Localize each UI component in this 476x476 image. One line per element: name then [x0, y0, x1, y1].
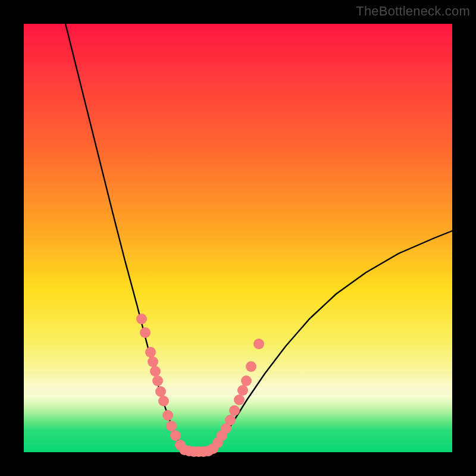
marker-dot [140, 327, 151, 338]
marker-dot [229, 405, 240, 416]
bottleneck-curve [65, 24, 452, 452]
marker-dot [162, 410, 173, 421]
watermark-text: TheBottleneck.com [356, 4, 470, 19]
marker-dot [136, 314, 147, 324]
scatter-markers [136, 314, 264, 457]
plot-area [24, 24, 452, 452]
marker-dot [237, 385, 248, 396]
chart-svg [24, 24, 452, 452]
marker-dot [246, 361, 256, 372]
marker-dot [170, 430, 181, 441]
marker-dot [155, 386, 166, 397]
curve-line [65, 24, 452, 452]
marker-dot [225, 415, 236, 425]
marker-dot [166, 421, 177, 431]
marker-dot [145, 347, 156, 358]
marker-dot [152, 375, 163, 386]
marker-dot [148, 356, 158, 367]
chart-frame: TheBottleneck.com [0, 0, 476, 476]
marker-dot [253, 339, 264, 349]
marker-dot [150, 366, 161, 377]
marker-dot [234, 394, 245, 405]
marker-dot [158, 396, 169, 406]
marker-dot [241, 375, 252, 386]
